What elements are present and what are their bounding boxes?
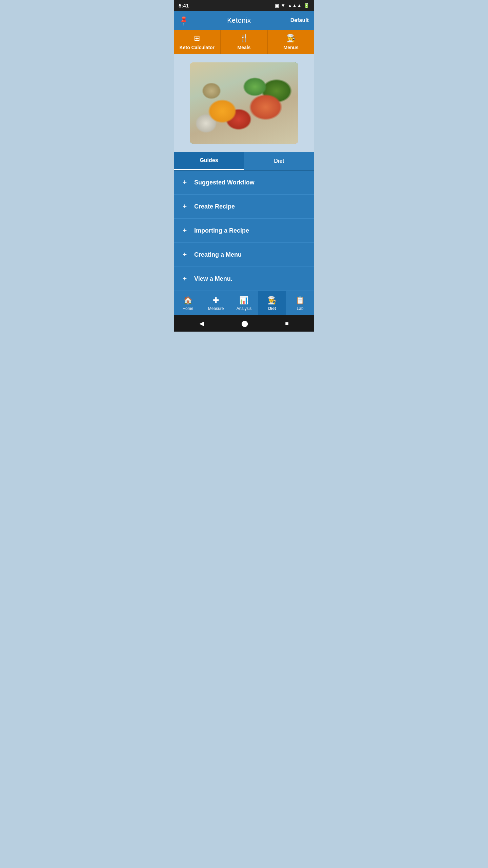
status-time: 5:41: [179, 3, 189, 8]
meals-icon: 🍴: [240, 34, 249, 43]
tab-diet[interactable]: Diet: [244, 152, 314, 170]
nav-meals[interactable]: 🍴 Meals: [221, 30, 268, 54]
nav-keto-calculator-label: Keto Calculator: [180, 45, 215, 50]
bottom-nav-analysis[interactable]: 📊 Analysis: [230, 291, 258, 315]
tab-guides[interactable]: Guides: [174, 152, 244, 170]
accordion-label-importing-recipe: Importing a Recipe: [194, 227, 249, 234]
lab-icon: 📋: [296, 296, 305, 305]
measure-icon: ✚: [213, 296, 219, 305]
accordion-list: + Suggested Workflow + Create Recipe + I…: [174, 171, 314, 291]
bottom-nav-lab-label: Lab: [297, 306, 304, 311]
nav-menus[interactable]: 👨‍🍳 Menus: [268, 30, 314, 54]
calculator-icon: ⊞: [194, 34, 200, 43]
signal-icon: ▲▲▲: [287, 3, 302, 8]
nav-menus-label: Menus: [284, 45, 299, 50]
bottom-nav-home[interactable]: 🏠 Home: [174, 291, 202, 315]
accordion-suggested-workflow[interactable]: + Suggested Workflow: [174, 171, 314, 195]
food-image-visual: [190, 62, 298, 144]
food-image-container: [174, 54, 314, 152]
status-bar: 5:41 ▣ ▼ ▲▲▲ 🔋: [174, 0, 314, 11]
plus-icon-create-recipe: +: [181, 202, 189, 211]
bottom-navigation: 🏠 Home ✚ Measure 📊 Analysis 👨‍🍳 Diet 📋 L…: [174, 291, 314, 315]
status-icons: ▣ ▼ ▲▲▲ 🔋: [274, 3, 309, 8]
android-recent-button[interactable]: ■: [285, 320, 289, 327]
bottom-nav-analysis-label: Analysis: [237, 306, 252, 311]
plus-icon-creating-menu: +: [181, 250, 189, 259]
bottom-nav-lab[interactable]: 📋 Lab: [286, 291, 314, 315]
app-header: 📌 Ketonix Default: [174, 11, 314, 30]
android-nav-bar: ◀ ⬤ ■: [174, 315, 314, 332]
accordion-label-view-menu: View a Menu.: [194, 275, 232, 282]
sim-icon: ▣: [274, 3, 279, 8]
bottom-nav-diet-label: Diet: [268, 306, 276, 311]
nav-meals-label: Meals: [238, 45, 251, 50]
nav-keto-calculator[interactable]: ⊞ Keto Calculator: [174, 30, 221, 54]
plus-icon-suggested-workflow: +: [181, 178, 189, 187]
bottom-nav-diet[interactable]: 👨‍🍳 Diet: [258, 291, 286, 315]
food-image: [190, 62, 298, 144]
accordion-label-creating-menu: Creating a Menu: [194, 251, 242, 258]
bottom-nav-home-label: Home: [182, 306, 193, 311]
home-icon: 🏠: [183, 296, 192, 305]
accordion-view-menu[interactable]: + View a Menu.: [174, 267, 314, 291]
plus-icon-importing-recipe: +: [181, 226, 189, 235]
analysis-icon: 📊: [239, 296, 248, 305]
accordion-creating-menu[interactable]: + Creating a Menu: [174, 243, 314, 267]
accordion-label-suggested-workflow: Suggested Workflow: [194, 179, 255, 186]
plus-icon-view-menu: +: [181, 274, 189, 283]
top-navigation: ⊞ Keto Calculator 🍴 Meals 👨‍🍳 Menus: [174, 30, 314, 54]
wifi-icon: ▼: [281, 3, 286, 8]
app-title: Ketonix: [227, 17, 251, 24]
sub-tabs: Guides Diet: [174, 152, 314, 171]
pin-icon[interactable]: 📌: [178, 15, 189, 26]
bottom-nav-measure-label: Measure: [208, 306, 224, 311]
android-home-button[interactable]: ⬤: [241, 320, 248, 327]
menus-icon: 👨‍🍳: [286, 34, 296, 43]
diet-icon: 👨‍🍳: [267, 296, 277, 305]
accordion-importing-recipe[interactable]: + Importing a Recipe: [174, 219, 314, 243]
bottom-nav-measure[interactable]: ✚ Measure: [202, 291, 230, 315]
battery-icon: 🔋: [304, 3, 309, 8]
default-button[interactable]: Default: [290, 17, 309, 23]
accordion-create-recipe[interactable]: + Create Recipe: [174, 195, 314, 219]
android-back-button[interactable]: ◀: [199, 320, 204, 327]
accordion-label-create-recipe: Create Recipe: [194, 203, 235, 210]
